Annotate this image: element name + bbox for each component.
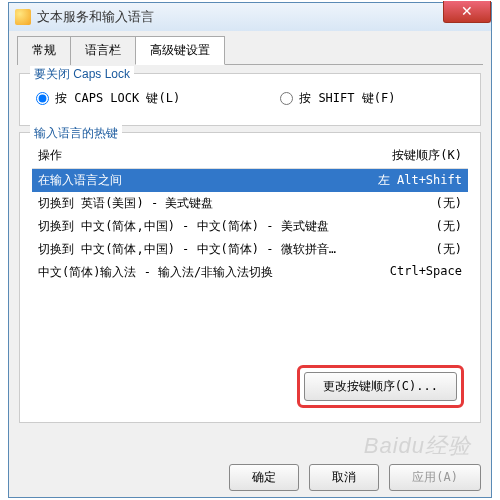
col-keys: 按键顺序(K) bbox=[392, 147, 462, 164]
tab-langbar[interactable]: 语言栏 bbox=[70, 36, 136, 65]
hotkey-action: 在输入语言之间 bbox=[38, 172, 378, 189]
hotkey-row[interactable]: 中文(简体)输入法 - 输入法/非输入法切换Ctrl+Space bbox=[32, 261, 468, 284]
tab-advanced-keys[interactable]: 高级键设置 bbox=[135, 36, 225, 65]
window-title: 文本服务和输入语言 bbox=[37, 8, 154, 26]
hotkey-row[interactable]: 切换到 中文(简体,中国) - 中文(简体) - 微软拼音…(无) bbox=[32, 238, 468, 261]
hotkey-keys: (无) bbox=[436, 195, 462, 212]
content-area: 常规 语言栏 高级键设置 要关闭 Caps Lock 按 CAPS LOCK 键… bbox=[9, 31, 491, 437]
apply-button[interactable]: 应用(A) bbox=[389, 464, 481, 491]
radio-shift[interactable]: 按 SHIFT 键(F) bbox=[280, 90, 395, 107]
capslock-options: 按 CAPS LOCK 键(L) 按 SHIFT 键(F) bbox=[32, 84, 468, 113]
close-button[interactable]: ✕ bbox=[443, 1, 491, 23]
titlebar: 文本服务和输入语言 ✕ bbox=[9, 3, 491, 31]
radio-shift-label: 按 SHIFT 键(F) bbox=[299, 90, 395, 107]
hotkey-keys: (无) bbox=[436, 241, 462, 258]
hotkey-row[interactable]: 切换到 中文(简体,中国) - 中文(简体) - 美式键盘(无) bbox=[32, 215, 468, 238]
hotkey-action: 切换到 英语(美国) - 美式键盘 bbox=[38, 195, 436, 212]
col-action: 操作 bbox=[38, 147, 392, 164]
app-icon bbox=[15, 9, 31, 25]
capslock-group: 要关闭 Caps Lock 按 CAPS LOCK 键(L) 按 SHIFT 键… bbox=[19, 73, 481, 126]
radio-capslock[interactable]: 按 CAPS LOCK 键(L) bbox=[36, 90, 180, 107]
hotkey-list[interactable]: 在输入语言之间左 Alt+Shift切换到 英语(美国) - 美式键盘(无)切换… bbox=[32, 169, 468, 359]
hotkey-row[interactable]: 切换到 英语(美国) - 美式键盘(无) bbox=[32, 192, 468, 215]
dialog-buttons: 确定 取消 应用(A) bbox=[229, 464, 481, 491]
change-btn-area: 更改按键顺序(C)... bbox=[32, 359, 468, 414]
hotkey-action: 中文(简体)输入法 - 输入法/非输入法切换 bbox=[38, 264, 390, 281]
change-sequence-button[interactable]: 更改按键顺序(C)... bbox=[304, 372, 457, 401]
tab-bar: 常规 语言栏 高级键设置 bbox=[17, 35, 483, 65]
cancel-button[interactable]: 取消 bbox=[309, 464, 379, 491]
hotkey-action: 切换到 中文(简体,中国) - 中文(简体) - 美式键盘 bbox=[38, 218, 436, 235]
hotkey-row[interactable]: 在输入语言之间左 Alt+Shift bbox=[32, 169, 468, 192]
radio-capslock-input[interactable] bbox=[36, 92, 49, 105]
hotkeys-group: 输入语言的热键 操作 按键顺序(K) 在输入语言之间左 Alt+Shift切换到… bbox=[19, 132, 481, 423]
hotkey-keys: (无) bbox=[436, 218, 462, 235]
dialog-window: 文本服务和输入语言 ✕ 常规 语言栏 高级键设置 要关闭 Caps Lock 按… bbox=[8, 2, 492, 498]
hotkey-keys: Ctrl+Space bbox=[390, 264, 462, 281]
highlight-box: 更改按键顺序(C)... bbox=[297, 365, 464, 408]
hotkey-keys: 左 Alt+Shift bbox=[378, 172, 462, 189]
tab-general[interactable]: 常规 bbox=[17, 36, 71, 65]
hotkey-header: 操作 按键顺序(K) bbox=[32, 143, 468, 169]
radio-shift-input[interactable] bbox=[280, 92, 293, 105]
hotkeys-title: 输入语言的热键 bbox=[30, 125, 122, 142]
ok-button[interactable]: 确定 bbox=[229, 464, 299, 491]
radio-capslock-label: 按 CAPS LOCK 键(L) bbox=[55, 90, 180, 107]
hotkey-action: 切换到 中文(简体,中国) - 中文(简体) - 微软拼音… bbox=[38, 241, 436, 258]
capslock-title: 要关闭 Caps Lock bbox=[30, 66, 134, 83]
